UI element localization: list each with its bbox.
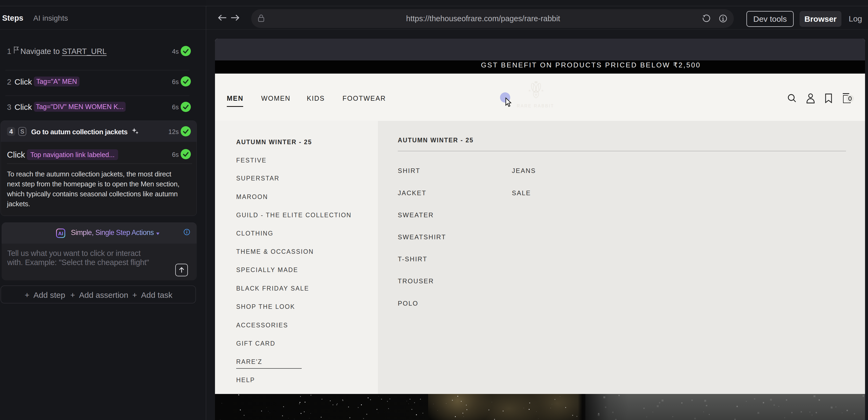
svg-text:R: R: [541, 89, 544, 92]
svg-text:R: R: [529, 89, 531, 92]
svg-text:AI: AI: [58, 231, 63, 236]
